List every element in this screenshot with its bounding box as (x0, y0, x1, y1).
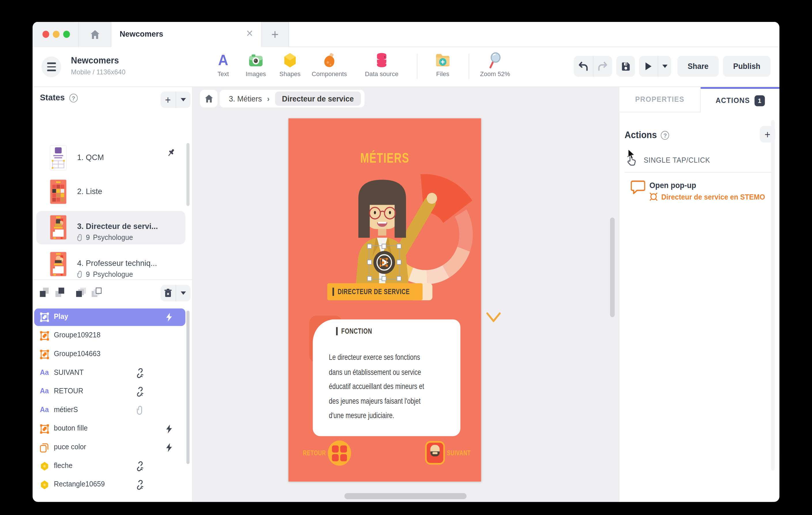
action-target-row[interactable]: Directeur de service en STEMO (649, 192, 765, 201)
resize-handle[interactable] (367, 260, 372, 265)
undo-button[interactable] (574, 56, 593, 77)
chevron-down-icon[interactable] (486, 312, 501, 324)
actions-section-title: Actions ? (625, 130, 669, 141)
back-button[interactable] (328, 441, 351, 466)
delete-layer-button[interactable] (161, 285, 175, 301)
layers-list: Play Groupe109218 (33, 306, 193, 502)
action-title[interactable]: Open pop-up (649, 181, 696, 189)
tool-data-source[interactable]: Data source (364, 52, 400, 78)
tool-text[interactable]: A Text (205, 52, 241, 78)
state-thumbnail[interactable] (50, 180, 66, 204)
save-button[interactable] (616, 56, 635, 77)
states-scrollbar[interactable] (186, 143, 190, 206)
bring-to-front-button[interactable] (92, 288, 102, 299)
publish-button[interactable]: Publish (723, 56, 771, 77)
phone-mockup[interactable]: MÉTIERS (288, 118, 481, 482)
state-label[interactable]: 1. QCM (77, 152, 104, 161)
state-options-button[interactable] (176, 91, 191, 108)
database-icon (364, 52, 400, 69)
layer-row[interactable]: fleche (34, 458, 185, 475)
lightning-icon (165, 443, 174, 453)
delete-layer-group (161, 285, 191, 301)
magnifier-icon (477, 52, 513, 69)
tool-components[interactable]: Components (311, 52, 348, 78)
tool-zoom[interactable]: Zoom 52% (477, 52, 513, 78)
layer-row[interactable]: Groupe109218 (34, 327, 185, 345)
glyph-dot (382, 261, 384, 264)
toolbar-separator (417, 54, 417, 79)
tab-properties[interactable]: PROPERTIES (619, 87, 700, 112)
add-state-button[interactable]: + (161, 91, 175, 108)
card-body-text: Le directeur exerce ses fonctions dans u… (329, 350, 453, 423)
zoom-window-button[interactable] (63, 31, 70, 38)
tool-shapes[interactable]: Shapes (272, 52, 308, 78)
close-window-button[interactable] (42, 31, 49, 38)
tool-files[interactable]: Files (425, 52, 461, 78)
breadcrumb-home-button[interactable] (200, 90, 218, 108)
state-label[interactable]: 4. Professeur techniq... (77, 258, 157, 267)
delete-options-button[interactable] (176, 285, 191, 301)
layer-row[interactable]: Aa métierS (34, 402, 185, 419)
layer-row-play[interactable]: Play (34, 308, 185, 326)
layer-row[interactable]: bouton fille (34, 420, 185, 438)
link-broken-icon (135, 368, 144, 378)
traffic-lights (33, 22, 79, 47)
state-thumbnail[interactable] (50, 215, 66, 240)
resize-handle[interactable] (367, 276, 372, 281)
canvas-vertical-scrollbar[interactable] (610, 217, 615, 317)
canvas-horizontal-scrollbar[interactable] (344, 493, 466, 499)
layer-row[interactable]: Rectangle10659 (34, 476, 185, 494)
document-tab[interactable]: Newcomers ✕ (111, 22, 261, 47)
resize-handle[interactable] (367, 244, 372, 249)
state-thumbnail[interactable] (50, 145, 66, 170)
preview-options-button[interactable] (658, 56, 671, 77)
trigger-row[interactable]: SINGLE TAP/CLICK (626, 154, 710, 167)
toolbar-separator (468, 54, 469, 79)
new-tab-button[interactable]: + (262, 22, 289, 47)
editor-canvas[interactable]: 3. Métiers › Directeur de service MÉTIER… (193, 87, 619, 502)
state-label[interactable]: 3. Directeur de servi... (77, 221, 158, 231)
breadcrumb-screen[interactable]: Directeur de service (274, 91, 361, 106)
state-thumbnail[interactable] (50, 252, 66, 276)
share-button[interactable]: Share (677, 56, 719, 77)
layers-scrollbar[interactable] (186, 310, 190, 464)
send-backward-button[interactable] (40, 288, 50, 299)
next-button[interactable] (425, 441, 445, 465)
divider (625, 172, 774, 173)
state-label[interactable]: 2. Liste (77, 186, 102, 195)
layer-row[interactable]: Aa SUIVANT (34, 364, 185, 382)
send-to-back-button[interactable] (76, 288, 86, 299)
tab-bar: Newcomers ✕ + (33, 22, 779, 47)
folder-icon (425, 52, 461, 69)
tool-images[interactable]: Images (238, 52, 274, 78)
menu-button[interactable] (41, 56, 61, 77)
help-icon[interactable]: ? (661, 131, 669, 140)
resize-handle[interactable] (382, 276, 386, 281)
resize-handle[interactable] (397, 244, 401, 249)
resize-handle[interactable] (397, 276, 401, 281)
play-preview-button[interactable] (639, 56, 658, 77)
left-sidebar: States ? + (33, 87, 193, 502)
help-icon[interactable]: ? (69, 94, 78, 102)
layer-row[interactable]: puce color (34, 439, 185, 457)
link-icon (135, 405, 144, 415)
hexagon-icon (272, 52, 308, 69)
layer-row[interactable]: Groupe104663 (34, 346, 185, 363)
chevron-down-icon (662, 64, 667, 68)
tab-actions[interactable]: ACTIONS 1 (701, 87, 779, 112)
resize-handle[interactable] (382, 244, 386, 249)
play-video-button[interactable] (373, 251, 395, 274)
breadcrumb-state[interactable]: 3. Métiers (229, 94, 262, 103)
copy-icon (40, 443, 49, 453)
shape-layer-icon (40, 480, 49, 490)
panel-scrollbar[interactable] (771, 120, 775, 470)
actions-count-badge: 1 (755, 95, 765, 106)
home-tab-button[interactable] (79, 22, 111, 47)
pin-icon[interactable] (166, 148, 175, 158)
minimize-window-button[interactable] (53, 31, 59, 38)
layer-row[interactable]: Aa RETOUR (34, 383, 185, 401)
close-tab-icon[interactable]: ✕ (244, 29, 255, 39)
bring-forward-button[interactable] (55, 288, 66, 299)
redo-button[interactable] (593, 56, 612, 77)
resize-handle[interactable] (397, 260, 401, 265)
